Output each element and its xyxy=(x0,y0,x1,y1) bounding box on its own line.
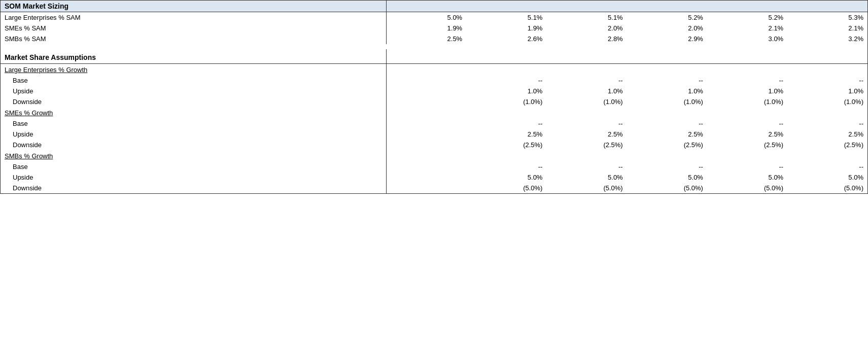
row-label: SMBs % SAM xyxy=(1,33,387,44)
indent-label-blue: Downside xyxy=(1,140,387,150)
indent-value: -- xyxy=(707,161,787,172)
indent-value: -- xyxy=(546,161,627,172)
section-header-label: Market Share Assumptions xyxy=(1,49,387,64)
subsection-empty-cell xyxy=(627,107,707,118)
data-row: SMEs % SAM1.9%1.9%2.0%2.0%2.1%2.1% xyxy=(1,23,868,33)
indent-value: -- xyxy=(787,75,867,86)
indent-label-blue: Upside xyxy=(1,172,387,183)
indent-value-blue: (5.0%) xyxy=(466,183,546,194)
indent-row-blue: Downside(1.0%)(1.0%)(1.0%)(1.0%)(1.0%) xyxy=(1,96,868,107)
indent-value-blue: (5.0%) xyxy=(787,183,867,194)
row-value: 5.2% xyxy=(707,12,787,23)
subsection-header-row: SMBs % Growth xyxy=(1,150,868,161)
indent-row: Base---------- xyxy=(1,118,868,129)
subsection-empty-cell xyxy=(546,107,627,118)
row-value: 3.2% xyxy=(787,33,867,44)
subsection-empty-cell xyxy=(546,64,627,76)
indent-value-blue: (2.5%) xyxy=(627,140,707,150)
subsection-empty-cell xyxy=(386,64,466,76)
indent-value xyxy=(386,161,466,172)
indent-value: -- xyxy=(627,118,707,129)
indent-value-blue xyxy=(386,86,466,96)
indent-label-blue: Downside xyxy=(1,96,387,107)
indent-row-blue: Upside2.5%2.5%2.5%2.5%2.5% xyxy=(1,129,868,140)
indent-value-blue: (2.5%) xyxy=(466,140,546,150)
indent-row-blue: Downside(5.0%)(5.0%)(5.0%)(5.0%)(5.0%) xyxy=(1,183,868,194)
row-label: Large Enterprises % SAM xyxy=(1,12,387,23)
subsection-empty-cell xyxy=(627,150,707,161)
subsection-empty-cell xyxy=(466,107,546,118)
indent-row: Base---------- xyxy=(1,75,868,86)
indent-value-blue: (5.0%) xyxy=(546,183,627,194)
indent-value: -- xyxy=(466,75,546,86)
row-value: 5.0% xyxy=(386,12,466,23)
row-value: 2.5% xyxy=(386,33,466,44)
indent-row-blue: Downside(2.5%)(2.5%)(2.5%)(2.5%)(2.5%) xyxy=(1,140,868,150)
indent-label-blue: Downside xyxy=(1,183,387,194)
data-row: Large Enterprises % SAM5.0%5.1%5.1%5.2%5… xyxy=(1,12,868,23)
indent-value: -- xyxy=(707,75,787,86)
indent-label-blue: Upside xyxy=(1,129,387,140)
header-empty-cell xyxy=(386,49,466,64)
indent-label-blue: Upside xyxy=(1,86,387,96)
subsection-empty-cell xyxy=(386,150,466,161)
som-market-sizing-table: SOM Market SizingLarge Enterprises % SAM… xyxy=(0,0,868,194)
indent-value-blue: (5.0%) xyxy=(627,183,707,194)
row-value: 5.1% xyxy=(466,12,546,23)
subsection-empty-cell xyxy=(386,107,466,118)
indent-value: -- xyxy=(466,118,546,129)
indent-value-blue: (2.5%) xyxy=(707,140,787,150)
row-value: 1.9% xyxy=(386,23,466,33)
indent-value: -- xyxy=(627,161,707,172)
row-value: 2.1% xyxy=(707,23,787,33)
subsection-empty-cell xyxy=(787,150,867,161)
indent-value-blue: 2.5% xyxy=(787,129,867,140)
indent-value-blue: (1.0%) xyxy=(707,96,787,107)
indent-value-blue: (1.0%) xyxy=(627,96,707,107)
indent-value-blue xyxy=(386,172,466,183)
subsection-empty-cell xyxy=(787,64,867,76)
subsection-label: SMBs % Growth xyxy=(1,150,387,161)
row-value: 2.0% xyxy=(627,23,707,33)
subsection-header-row: Large Enterprises % Growth xyxy=(1,64,868,76)
indent-value xyxy=(386,75,466,86)
data-row: SMBs % SAM2.5%2.6%2.8%2.9%3.0%3.2% xyxy=(1,33,868,44)
header-cell xyxy=(627,1,707,12)
header-empty-cell xyxy=(787,49,867,64)
indent-value-blue: 5.0% xyxy=(707,172,787,183)
indent-value-blue xyxy=(386,183,466,194)
subsection-empty-cell xyxy=(546,150,627,161)
indent-value-blue xyxy=(386,96,466,107)
row-value: 5.3% xyxy=(787,12,867,23)
header-cell xyxy=(787,1,867,12)
subsection-empty-cell xyxy=(466,150,546,161)
indent-value: -- xyxy=(787,118,867,129)
indent-label: Base xyxy=(1,161,387,172)
indent-value-blue: (2.5%) xyxy=(787,140,867,150)
row-value: 2.0% xyxy=(546,23,627,33)
indent-value-blue: (1.0%) xyxy=(466,96,546,107)
indent-value-blue: 1.0% xyxy=(707,86,787,96)
subsection-empty-cell xyxy=(466,64,546,76)
header-cell xyxy=(386,1,466,12)
row-value: 5.1% xyxy=(546,12,627,23)
indent-value-blue: 5.0% xyxy=(546,172,627,183)
section-title: SOM Market Sizing xyxy=(1,1,387,12)
subsection-empty-cell xyxy=(707,64,787,76)
indent-row: Base---------- xyxy=(1,161,868,172)
indent-value-blue: (1.0%) xyxy=(787,96,867,107)
indent-value-blue: 5.0% xyxy=(787,172,867,183)
subsection-empty-cell xyxy=(707,150,787,161)
row-value: 2.8% xyxy=(546,33,627,44)
header-empty-cell xyxy=(627,49,707,64)
market-share-header: Market Share Assumptions xyxy=(1,49,868,64)
header-cell xyxy=(707,1,787,12)
indent-value-blue: 1.0% xyxy=(546,86,627,96)
row-value: 2.6% xyxy=(466,33,546,44)
indent-value-blue: (5.0%) xyxy=(707,183,787,194)
indent-value-blue: 5.0% xyxy=(466,172,546,183)
header-empty-cell xyxy=(466,49,546,64)
indent-label: Base xyxy=(1,118,387,129)
indent-value: -- xyxy=(787,161,867,172)
indent-row-blue: Upside5.0%5.0%5.0%5.0%5.0% xyxy=(1,172,868,183)
